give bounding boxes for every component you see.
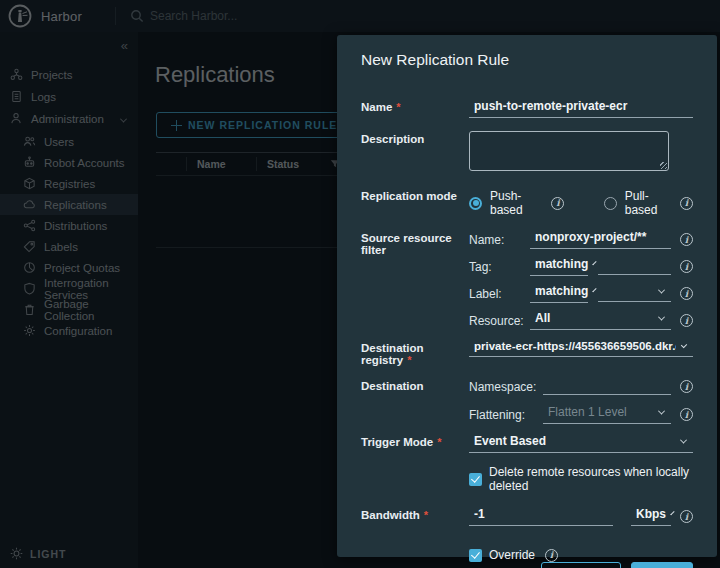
destination-row: Destination Namespace: i Flattening: Fla… bbox=[361, 378, 693, 424]
namespace-label: Namespace: bbox=[469, 380, 543, 394]
bandwidth-unit-select[interactable]: Kbps bbox=[631, 507, 671, 526]
cancel-button[interactable]: CANCEL bbox=[541, 562, 621, 568]
delete-remote-checkbox[interactable] bbox=[469, 473, 482, 486]
name-row: Name* push-to-remote-private-ecr bbox=[361, 99, 693, 118]
required-mark: * bbox=[396, 101, 400, 113]
filter-tag-input[interactable] bbox=[598, 258, 671, 275]
flattening-row: Flattening: Flatten 1 Level i bbox=[469, 405, 693, 424]
modal-actions: CANCEL SAVE bbox=[361, 562, 693, 568]
modal-title: New Replication Rule bbox=[361, 51, 693, 69]
filter-resource-info-icon[interactable]: i bbox=[680, 314, 693, 327]
chevron-down-icon bbox=[681, 341, 687, 347]
destination-label: Destination bbox=[361, 378, 469, 392]
filter-tag-select[interactable]: matching bbox=[530, 257, 588, 276]
trigger-mode-label: Trigger Mode* bbox=[361, 434, 469, 448]
filter-label-label: Label: bbox=[469, 287, 530, 301]
filter-tag-info-icon[interactable]: i bbox=[680, 260, 693, 273]
required-mark: * bbox=[437, 436, 441, 448]
override-info-icon[interactable]: i bbox=[545, 549, 558, 562]
description-textarea[interactable] bbox=[469, 131, 669, 171]
flattening-select[interactable]: Flatten 1 Level bbox=[543, 405, 671, 424]
chevron-down-icon bbox=[593, 260, 597, 264]
filter-label-select[interactable]: matching bbox=[530, 284, 588, 303]
delete-remote-row: Delete remote resources when locally del… bbox=[361, 465, 693, 493]
chevron-down-icon bbox=[658, 313, 665, 320]
delete-remote-label: Delete remote resources when locally del… bbox=[489, 465, 693, 493]
required-mark: * bbox=[424, 509, 428, 521]
namespace-input[interactable] bbox=[543, 378, 671, 395]
flattening-label: Flattening: bbox=[469, 408, 543, 422]
chevron-down-icon bbox=[670, 510, 674, 514]
chevron-down-icon bbox=[658, 286, 665, 293]
chevron-down-icon bbox=[658, 407, 665, 414]
destination-registry-row: Destination registry* private-ecr-https:… bbox=[361, 340, 693, 366]
name-input[interactable]: push-to-remote-private-ecr bbox=[469, 99, 693, 118]
replication-mode-row: Replication mode Push-based i Pull-based… bbox=[361, 188, 693, 217]
bandwidth-row: Bandwidth* -1 Kbps i bbox=[361, 507, 693, 526]
filter-resource-label: Resource: bbox=[469, 314, 530, 328]
bandwidth-label: Bandwidth* bbox=[361, 507, 469, 521]
filter-label-info-icon[interactable]: i bbox=[680, 287, 693, 300]
filter-name-row: Name: nonproxy-project/** i bbox=[469, 230, 693, 249]
namespace-row: Namespace: i bbox=[469, 378, 693, 395]
filter-tag-row: Tag: matching i bbox=[469, 257, 693, 276]
destination-registry-select[interactable]: private-ecr-https://455636659506.dkr.ecr… bbox=[469, 340, 693, 357]
source-filter-label: Source resource filter bbox=[361, 230, 469, 256]
filter-resource-row: Resource: All i bbox=[469, 311, 693, 330]
harbor-app: Harbor Search Harbor... « Proj bbox=[0, 0, 720, 568]
pull-based-radio[interactable] bbox=[604, 197, 617, 210]
namespace-info-icon[interactable]: i bbox=[680, 380, 693, 393]
replication-mode-label: Replication mode bbox=[361, 188, 469, 202]
pull-based-info-icon[interactable]: i bbox=[680, 197, 693, 210]
filter-name-info-icon[interactable]: i bbox=[680, 233, 693, 246]
new-replication-rule-modal: New Replication Rule Name* push-to-remot… bbox=[337, 35, 717, 557]
filter-label-row: Label: matching i bbox=[469, 284, 693, 303]
filter-name-input[interactable]: nonproxy-project/** bbox=[530, 230, 671, 249]
override-label: Override bbox=[489, 548, 535, 562]
bandwidth-info-icon[interactable]: i bbox=[680, 510, 693, 523]
source-filter-row: Source resource filter Name: nonproxy-pr… bbox=[361, 230, 693, 330]
bandwidth-input[interactable]: -1 bbox=[469, 507, 613, 526]
description-row: Description bbox=[361, 131, 693, 171]
save-button[interactable]: SAVE bbox=[631, 562, 693, 568]
pull-based-label: Pull-based bbox=[625, 189, 672, 217]
chevron-down-icon bbox=[680, 436, 687, 443]
filter-name-label: Name: bbox=[469, 233, 530, 247]
required-mark: * bbox=[407, 354, 411, 366]
override-row: Override i bbox=[361, 548, 693, 562]
override-checkbox[interactable] bbox=[469, 549, 482, 562]
trigger-mode-row: Trigger Mode* Event Based bbox=[361, 434, 693, 453]
filter-tag-label: Tag: bbox=[469, 260, 530, 274]
chevron-down-icon bbox=[593, 287, 597, 291]
push-based-label: Push-based bbox=[490, 189, 543, 217]
filter-resource-select[interactable]: All bbox=[530, 311, 671, 330]
description-label: Description bbox=[361, 131, 469, 145]
name-label: Name* bbox=[361, 99, 469, 113]
trigger-mode-select[interactable]: Event Based bbox=[469, 434, 693, 453]
destination-registry-label: Destination registry* bbox=[361, 340, 469, 366]
push-based-info-icon[interactable]: i bbox=[551, 197, 564, 210]
filter-label-value-select[interactable] bbox=[598, 285, 671, 302]
push-based-radio[interactable] bbox=[469, 197, 482, 210]
flattening-info-icon[interactable]: i bbox=[680, 408, 693, 421]
